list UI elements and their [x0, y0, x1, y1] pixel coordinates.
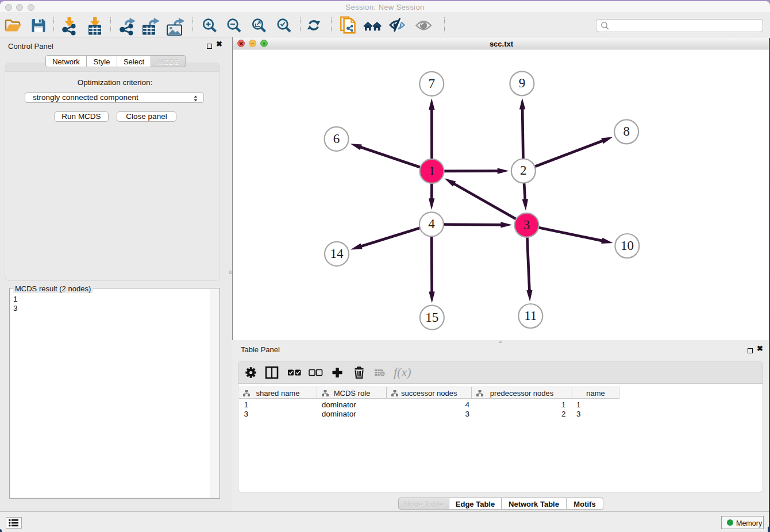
svg-text:f(x): f(x)	[394, 365, 411, 379]
svg-text:1: 1	[429, 164, 436, 178]
svg-text:11: 11	[524, 309, 537, 323]
svg-text:3: 3	[523, 218, 530, 232]
svg-text:2: 2	[520, 163, 527, 178]
svg-text:9: 9	[519, 76, 526, 90]
svg-text:14: 14	[330, 246, 344, 261]
svg-text:8: 8	[623, 124, 630, 138]
svg-text:4: 4	[428, 217, 435, 231]
svg-text:6: 6	[333, 132, 340, 146]
svg-text:15: 15	[425, 310, 438, 325]
svg-text:10: 10	[621, 238, 634, 253]
svg-text:7: 7	[428, 76, 435, 91]
